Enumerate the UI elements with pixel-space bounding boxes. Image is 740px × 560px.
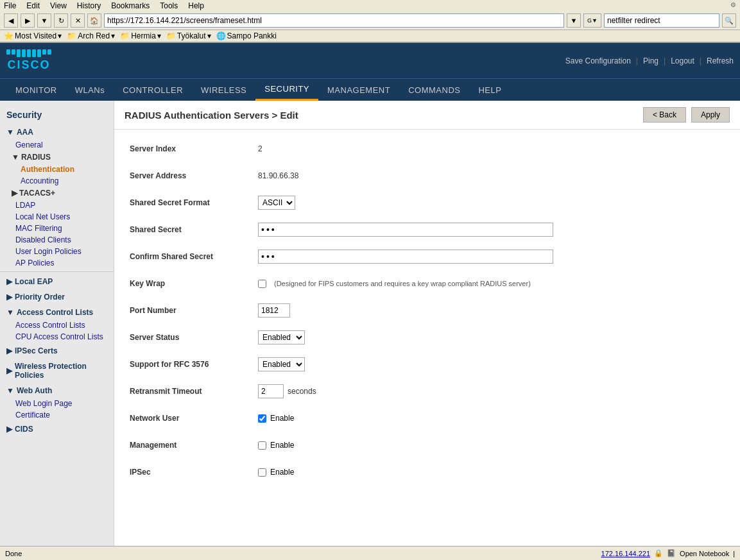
url-go-button[interactable]: ▼ [567,13,581,28]
management-checkbox[interactable] [258,441,266,450]
status-text: Done [5,550,22,556]
server-address-value: 81.90.66.38 [258,171,298,180]
sidebar-group-webauth[interactable]: ▼ Web Auth [0,384,114,398]
status-notebook[interactable]: Open Notebook [680,550,729,556]
sidebar-group-cids[interactable]: ▶ CIDS [0,422,114,436]
sidebar-item-authentication[interactable]: Authentication [0,164,114,175]
network-user-checkbox[interactable] [258,414,266,423]
shared-secret-format-select[interactable]: ASCII Hex [258,196,295,210]
logo-bar [22,49,26,57]
network-user-label: Network User [130,414,258,423]
port-number-input[interactable] [258,303,290,318]
logo-bar [6,49,10,55]
bookmark-arch-red[interactable]: 📁 Arch Red ▾ [67,31,115,40]
logo-bar [12,49,15,55]
url-bar[interactable] [104,13,564,28]
menu-file[interactable]: File [4,1,16,10]
form-row-key-wrap: Key Wrap (Designed for FIPS customers an… [130,275,725,293]
nav-controller[interactable]: CONTROLLER [114,80,192,100]
confirm-shared-secret-input[interactable] [258,250,553,264]
sidebar-group-ipsec[interactable]: ▶ IPSec Certs [0,344,114,358]
search-go-button[interactable]: 🔍 [722,13,736,28]
search-input[interactable] [604,13,719,28]
nav-wlans[interactable]: WLANs [66,80,114,100]
sidebar-item-mac-filtering[interactable]: MAC Filtering [0,223,114,234]
sidebar-item-cpu-acl[interactable]: CPU Access Control Lists [0,331,114,343]
bookmark-sampo[interactable]: 🌐 Sampo Pankki [216,31,277,40]
nav-wireless[interactable]: WIRELESS [192,80,255,100]
forward-dropdown[interactable]: ▼ [37,13,51,28]
forward-button[interactable]: ▶ [21,13,35,28]
content-area: RADIUS Authentication Servers > Edit < B… [114,101,740,555]
back-button-content[interactable]: < Back [643,107,686,123]
status-ip[interactable]: 172.16.144.221 [601,550,650,556]
sidebar-item-acl[interactable]: Access Control Lists [0,319,114,331]
server-status-select[interactable]: Enabled Disabled [258,330,305,344]
nav-commands[interactable]: COMMANDS [399,80,469,100]
header-links: Save Configuration | Ping | Logout | Ref… [565,56,734,65]
server-index-value: 2 [258,144,262,153]
logout-link[interactable]: Logout [671,56,694,65]
rfc3576-select[interactable]: Enabled Disabled [258,357,305,371]
ipsec-checkbox[interactable] [258,468,266,477]
menu-edit[interactable]: Edit [26,1,40,10]
sidebar-group-priority-order[interactable]: ▶ Priority Order [0,290,114,304]
chevron-right-icon-4: ▶ [6,366,12,375]
nav-security[interactable]: SECURITY [255,79,318,101]
search-engine-select[interactable]: G▼ [583,13,601,28]
form-row-server-status: Server Status Enabled Disabled [130,328,725,346]
sidebar-item-ap-policies[interactable]: AP Policies [0,257,114,269]
logo-bar [27,49,31,57]
reload-button[interactable]: ↻ [54,13,68,28]
sidebar-item-general[interactable]: General [0,139,114,151]
save-config-link[interactable]: Save Configuration [565,56,631,65]
menu-view[interactable]: View [50,1,67,10]
chevron-right-icon-5: ▶ [6,425,12,434]
form-row-retransmit: Retransmit Timeout seconds [130,382,725,400]
menu-history[interactable]: History [77,1,101,10]
form-row-rfc3576: Support for RFC 3576 Enabled Disabled [130,355,725,373]
sidebar-item-web-login-page[interactable]: Web Login Page [0,398,114,409]
sidebar-item-local-net-users[interactable]: Local Net Users [0,211,114,223]
nav-help[interactable]: HELP [469,80,510,100]
menu-bookmarks[interactable]: Bookmarks [111,1,150,10]
logo-bar [47,49,51,55]
sidebar-subgroup-tacacs[interactable]: ▶ TACACS+ [0,187,114,199]
logo-bar [17,49,21,57]
ipsec-text: Enable [270,468,294,477]
bookmark-tyokalut[interactable]: 📁 Työkalut ▾ [166,31,211,40]
home-button[interactable]: 🏠 [87,13,101,28]
cisco-logo: CISCO [6,49,51,72]
sidebar-group-local-eap[interactable]: ▶ Local EAP [0,275,114,289]
status-separator: | [733,550,735,556]
nav-management[interactable]: MANAGEMENT [318,80,399,100]
menu-tools[interactable]: Tools [160,1,178,10]
retransmit-input[interactable] [258,384,284,398]
bookmark-hermia[interactable]: 📁 Hermia ▾ [120,31,161,40]
sidebar-subgroup-radius[interactable]: ▼ RADIUS [0,151,114,164]
form-row-confirm-shared-secret: Confirm Shared Secret [130,248,725,266]
window-controls: ⚙ [730,1,736,10]
bookmark-most-visited[interactable]: ⭐ Most Visited ▾ [4,31,62,40]
stop-button[interactable]: ✕ [71,13,85,28]
sidebar-item-disabled-clients[interactable]: Disabled Clients [0,234,114,246]
sidebar-item-user-login-policies[interactable]: User Login Policies [0,246,114,257]
menu-help[interactable]: Help [188,1,204,10]
apply-button[interactable]: Apply [691,107,730,123]
back-button[interactable]: ◀ [4,13,18,28]
key-wrap-checkbox[interactable] [258,280,266,288]
chevron-down-icon-radius: ▼ [12,153,19,162]
shared-secret-input[interactable] [258,223,553,237]
sidebar-group-acl[interactable]: ▼ Access Control Lists [0,305,114,319]
sidebar-item-certificate[interactable]: Certificate [0,409,114,421]
sidebar-item-accounting[interactable]: Accounting [0,175,114,187]
sidebar-group-aaa[interactable]: ▼ AAA [0,125,114,139]
ping-link[interactable]: Ping [643,56,658,65]
sidebar-item-ldap[interactable]: LDAP [0,199,114,211]
sidebar-title: Security [0,106,114,125]
key-wrap-note: (Designed for FIPS customers and require… [274,280,531,287]
sidebar-group-wpp[interactable]: ▶ Wireless Protection Policies [0,359,114,382]
refresh-link[interactable]: Refresh [707,56,734,65]
logo-bar [32,49,36,57]
nav-monitor[interactable]: MONITOR [6,80,66,100]
